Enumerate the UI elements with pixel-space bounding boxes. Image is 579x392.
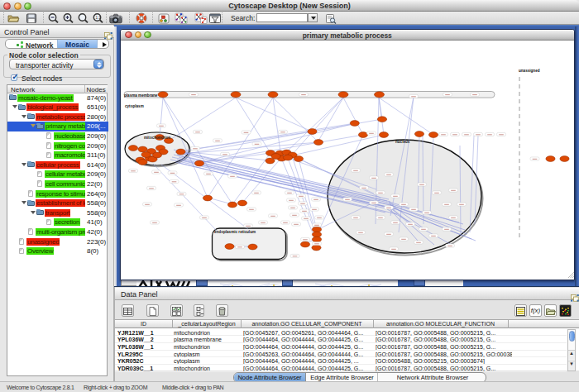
svg-text:unassigned: unassigned xyxy=(519,69,540,73)
svg-text:mitochondrion: mitochondrion xyxy=(144,136,170,140)
svg-text:1:1: 1:1 xyxy=(96,16,102,20)
svg-text:plasma membrane: plasma membrane xyxy=(124,93,158,97)
svg-text:endoplasmic reticulum: endoplasmic reticulum xyxy=(214,230,256,234)
svg-text:nucleus: nucleus xyxy=(395,139,410,143)
svg-text:cytoplasm: cytoplasm xyxy=(125,104,144,108)
